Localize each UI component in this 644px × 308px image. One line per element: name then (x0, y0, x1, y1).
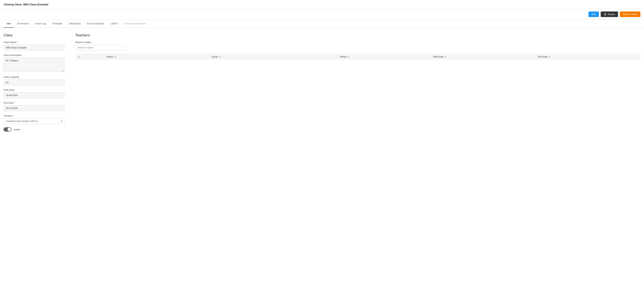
teachers-search-input[interactable] (75, 45, 125, 51)
required-star-start: * (14, 89, 16, 91)
report-icon (604, 13, 606, 16)
class-form-panel: Class Class Name* Class Description On C… (4, 33, 64, 132)
tabs-bar: Info Enrolments Event Log Timetable Atte… (0, 20, 644, 28)
toggle-knob (8, 128, 11, 131)
tab-event-scheduler[interactable]: Event Scheduler (84, 20, 107, 28)
required-star-end: * (14, 101, 14, 104)
sort-icon-phone: ⇅ (348, 56, 350, 58)
active-toggle-row: Active (4, 127, 64, 132)
teachers-table-head: ⇅ Name ⇅ Email ⇅ Phone ⇅ Sta (75, 54, 640, 60)
sort-icon-start-date: ⇅ (445, 56, 446, 58)
back-to-index-button[interactable]: Back to Index (620, 12, 640, 17)
tab-lnaat[interactable]: LNAAT (108, 20, 121, 28)
col-header-email[interactable]: Email ⇅ (209, 54, 338, 60)
tab-enrolments[interactable]: Enrolments (14, 20, 32, 28)
main-content: Class Class Name* Class Description On C… (0, 28, 644, 137)
col-header-actions[interactable]: ⇅ (75, 54, 104, 60)
campus-select-wrapper: Auckland City Campus (AKL1) ▼ (4, 118, 64, 124)
teachers-table: ⇅ Name ⇅ Email ⇅ Phone ⇅ Sta (75, 53, 640, 60)
end-date-group: End Date* (4, 101, 64, 111)
required-star-campus: * (12, 114, 14, 117)
end-date-input[interactable] (4, 105, 64, 111)
class-capacity-group: Class Capacity (4, 76, 64, 85)
class-name-label: Class Name* (4, 41, 64, 44)
required-star: * (17, 41, 18, 44)
report-button[interactable]: Report (601, 12, 618, 17)
teachers-section-title: Teachers: (75, 33, 640, 37)
tab-attendance[interactable]: Attendance (66, 20, 84, 28)
action-bar: Edit Report Back to Index (0, 9, 644, 20)
tab-achievements-matrix: Achievements Matrix (121, 20, 149, 28)
class-description-label: Class Description (4, 54, 64, 57)
col-header-start-date[interactable]: Start Date ⇅ (431, 54, 536, 60)
campus-label: Campus* (4, 114, 64, 117)
col-header-phone[interactable]: Phone ⇅ (338, 54, 431, 60)
class-name-input[interactable] (4, 45, 64, 51)
class-section-title: Class (4, 33, 64, 37)
col-header-end-date[interactable]: End Date ⇅ (536, 54, 640, 60)
report-label: Report (608, 13, 615, 16)
class-name-group: Class Name* (4, 41, 64, 51)
sort-icon-name: ⇅ (114, 56, 116, 58)
active-label: Active (14, 128, 20, 131)
start-date-group: Start Date* (4, 89, 64, 98)
page-title: Viewing Class: Wiki Class Example (4, 3, 48, 6)
campus-select[interactable]: Auckland City Campus (AKL1) (4, 118, 64, 124)
class-description-textarea[interactable]: On Campus (4, 58, 64, 72)
top-bar: Viewing Class: Wiki Class Example (0, 0, 644, 9)
active-toggle[interactable] (4, 127, 12, 132)
class-description-group: Class Description On Campus (4, 54, 64, 72)
tab-timetable[interactable]: Timetable (49, 20, 66, 28)
class-capacity-label: Class Capacity (4, 76, 64, 78)
campus-group: Campus* Auckland City Campus (AKL1) ▼ (4, 114, 64, 124)
end-date-label: End Date* (4, 101, 64, 104)
tab-info[interactable]: Info (4, 20, 14, 28)
teachers-panel: Teachers: Search in table: ⇅ Name ⇅ Emai… (75, 33, 640, 132)
search-in-table-label: Search in table: (75, 41, 640, 44)
sort-icon-actions: ⇅ (78, 56, 80, 58)
class-capacity-input[interactable] (4, 79, 64, 85)
edit-button[interactable]: Edit (588, 12, 599, 17)
teachers-table-header-row: ⇅ Name ⇅ Email ⇅ Phone ⇅ Sta (75, 54, 640, 60)
sort-icon-end-date: ⇅ (549, 56, 550, 58)
start-date-label: Start Date* (4, 89, 64, 91)
start-date-input[interactable] (4, 92, 64, 98)
sort-icon-email: ⇅ (219, 56, 220, 58)
col-header-name[interactable]: Name ⇅ (104, 54, 209, 60)
tab-event-log[interactable]: Event Log (32, 20, 49, 28)
